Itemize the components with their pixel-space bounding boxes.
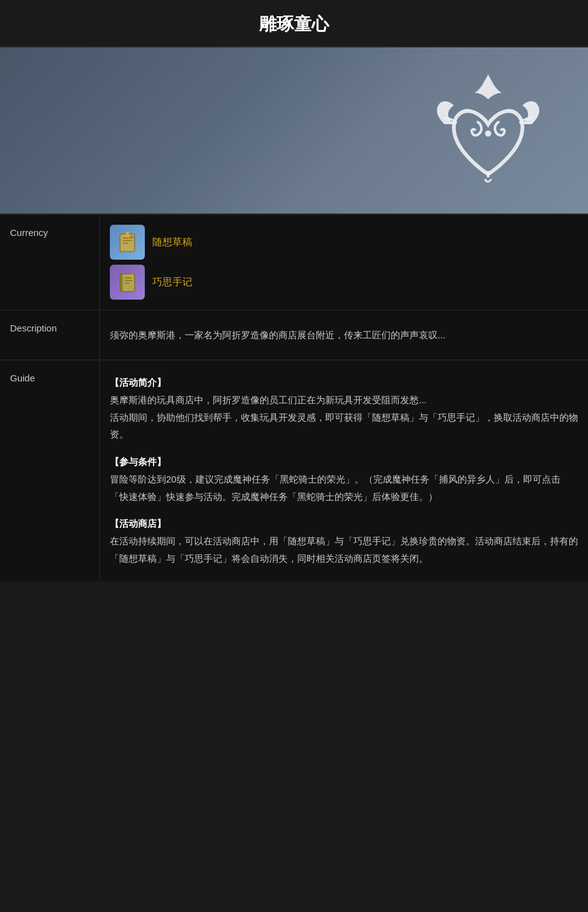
guide-section-1: 【活动简介】 奥摩斯港的玩具商店中，阿折罗造像的员工们正在为新玩具开发受阻而发愁…: [110, 374, 578, 443]
description-text: 须弥的奥摩斯港，一家名为阿折罗造像的商店展台附近，传来工匠们的声声哀叹...: [110, 316, 578, 353]
guide-section-3: 【活动商店】 在活动持续期间，可以在活动商店中，用「随想草稿」与「巧思手记」兑换…: [110, 515, 578, 567]
banner-logo-icon: [426, 68, 551, 193]
guide-header-2: 【参与条件】: [110, 456, 166, 467]
guide-label: Guide: [0, 360, 100, 581]
currency-row: Currency: [0, 215, 588, 310]
currency-name-2: 巧思手记: [152, 273, 192, 290]
currency-icon-suixiang: [110, 225, 145, 260]
description-label: Description: [0, 310, 100, 360]
currency-content: 随想草稿: [100, 215, 588, 310]
page-container: 雕琢童心: [0, 0, 588, 581]
svg-point-0: [485, 130, 491, 137]
info-section: Currency: [0, 215, 588, 581]
description-row: Description 须弥的奥摩斯港，一家名为阿折罗造像的商店展台附近，传来工…: [0, 310, 588, 360]
guide-row: Guide 【活动简介】 奥摩斯港的玩具商店中，阿折罗造像的员工们正在为新玩具开…: [0, 360, 588, 581]
currency-list: 随想草稿: [110, 221, 578, 303]
svg-rect-6: [126, 232, 129, 237]
svg-rect-9: [120, 274, 122, 292]
guide-header-3: 【活动商店】: [110, 518, 166, 529]
guide-header-1: 【活动简介】: [110, 377, 166, 388]
currency-label: Currency: [0, 215, 100, 310]
guide-content: 【活动简介】 奥摩斯港的玩具商店中，阿折罗造像的员工们正在为新玩具开发受阻而发愁…: [100, 360, 588, 581]
currency-item-1: 随想草稿: [110, 225, 578, 260]
currency-icon-qiaosi: [110, 265, 145, 300]
guide-section-2: 【参与条件】 冒险等阶达到20级，建议完成魔神任务「黑蛇骑士的荣光」。（完成魔神…: [110, 453, 578, 505]
description-content: 须弥的奥摩斯港，一家名为阿折罗造像的商店展台附近，传来工匠们的声声哀叹...: [100, 310, 588, 360]
event-banner: [0, 46, 588, 215]
guide-text: 【活动简介】 奥摩斯港的玩具商店中，阿折罗造像的员工们正在为新玩具开发受阻而发愁…: [110, 366, 578, 575]
currency-item-2: 巧思手记: [110, 265, 578, 300]
page-title: 雕琢童心: [0, 0, 588, 46]
currency-name-1: 随想草稿: [152, 233, 192, 250]
